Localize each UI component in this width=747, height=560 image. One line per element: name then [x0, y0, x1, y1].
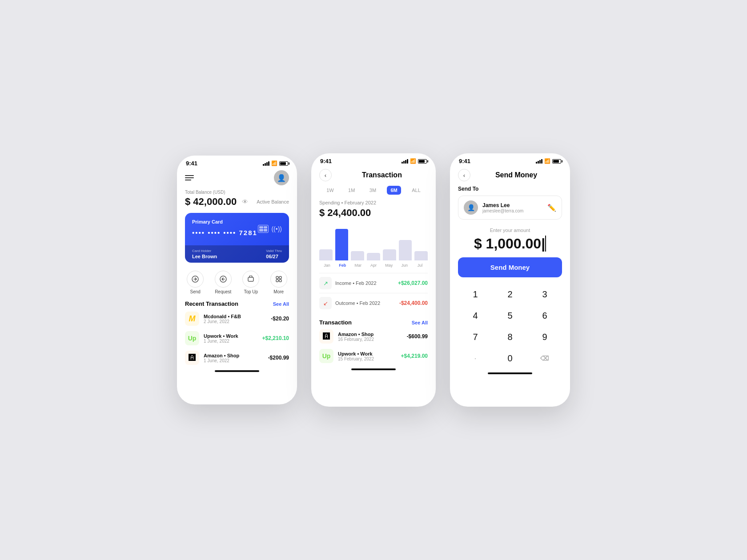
- key-dot[interactable]: ·: [458, 348, 493, 369]
- wifi-icon-2: 📶: [410, 158, 416, 164]
- recipient-avatar: 👤: [464, 200, 478, 215]
- svg-rect-3: [276, 276, 278, 279]
- card-chip: ((•)): [258, 225, 282, 233]
- active-balance-label: Active Balance: [257, 199, 289, 204]
- svg-rect-5: [276, 280, 278, 282]
- numpad: 1 2 3 4 5 6 7 8 9 · 0 ⌫: [450, 284, 570, 369]
- transaction-title: Transaction: [336, 171, 428, 179]
- io-section: ↗ Income • Feb 2022 +$26,027.00 ↙ Outcom…: [311, 272, 436, 317]
- p2-tx-date-2: 15 February, 2022: [338, 356, 397, 361]
- tx-name-amazon: Amazon • Shop: [204, 353, 264, 358]
- period-tabs: 1W 1M 3M 6M ALL: [311, 186, 436, 200]
- signal-icon-3: [536, 159, 542, 164]
- avatar[interactable]: 👤: [274, 170, 289, 185]
- tab-6m[interactable]: 6M: [387, 186, 401, 195]
- label-apr: Apr: [366, 263, 382, 268]
- table-row: Up Upwork • Work 1 June, 2022 +$2,210.10: [185, 331, 289, 345]
- recent-section: Recent Transaction See All M Mcdonald • …: [177, 299, 297, 365]
- valid-date: 06/27: [266, 254, 282, 259]
- quick-actions: Send Request Top Up: [177, 269, 297, 299]
- time-2: 9:41: [320, 158, 332, 164]
- eye-icon[interactable]: 👁: [242, 198, 248, 205]
- recipient-card: 👤 James Lee jameslee@terra.com ✏️: [458, 196, 562, 220]
- key-7[interactable]: 7: [458, 326, 493, 348]
- see-all-recent[interactable]: See All: [273, 301, 289, 307]
- card-number: •••• •••• •••• 7281: [192, 229, 257, 236]
- tab-1m[interactable]: 1M: [345, 186, 358, 195]
- valid-label: Valid Thru: [266, 249, 282, 253]
- tab-all[interactable]: ALL: [408, 186, 424, 195]
- amount-display[interactable]: $ 1,000.00|: [458, 236, 562, 252]
- key-8[interactable]: 8: [493, 326, 527, 348]
- wifi-icon-3: 📶: [544, 158, 550, 164]
- p2-tx-amount-2: +$4,219.00: [401, 353, 428, 359]
- spending-section: Spending • February 2022 $ 24,400.00: [311, 200, 436, 223]
- label-jun: Jun: [397, 263, 412, 268]
- card-footer: Card Holder Lee Brown Valid Thru 06/27: [185, 245, 289, 263]
- label-jul: Jul: [412, 263, 428, 268]
- see-all-p2[interactable]: See All: [412, 320, 428, 325]
- p2-upwork-logo: Up: [319, 349, 333, 363]
- tx-date-mcd: 2 June, 2022: [204, 319, 266, 324]
- signal-icon-2: [402, 159, 408, 164]
- send-to-label: Send To: [458, 186, 562, 192]
- key-9[interactable]: 9: [527, 326, 562, 348]
- send-money-button[interactable]: Send Money: [458, 257, 562, 277]
- back-button[interactable]: ‹: [319, 169, 332, 181]
- back-button-3[interactable]: ‹: [458, 169, 470, 181]
- outcome-amount: -$24,400.00: [399, 300, 428, 306]
- label-feb: Feb: [335, 263, 350, 268]
- tab-3m[interactable]: 3M: [366, 186, 380, 195]
- phone-transaction: 9:41 📶 ‹ Transaction 1W 1M 3M 6M ALL: [311, 153, 436, 407]
- key-6[interactable]: 6: [527, 305, 562, 326]
- tx-name-upwork: Upwork • Work: [204, 333, 258, 339]
- card-holder-name: Lee Brown: [192, 254, 217, 259]
- key-3[interactable]: 3: [527, 284, 562, 305]
- transaction-header: ‹ Transaction: [311, 166, 436, 186]
- key-backspace[interactable]: ⌫: [527, 348, 562, 369]
- spending-amount: $ 24,400.00: [319, 207, 428, 219]
- balance-section: Total Balance (USD) $ 42,000.00 👁 Active…: [177, 190, 297, 213]
- edit-icon[interactable]: ✏️: [547, 204, 556, 212]
- total-balance-label: Total Balance (USD): [185, 190, 289, 195]
- action-topup[interactable]: Top Up: [242, 271, 259, 294]
- spending-label: Spending • February 2022: [319, 200, 428, 205]
- action-more[interactable]: More: [270, 271, 287, 294]
- status-icons-1: 📶: [263, 160, 288, 166]
- key-4[interactable]: 4: [458, 305, 493, 326]
- battery-icon-3: [552, 159, 561, 164]
- action-send[interactable]: Send: [187, 271, 204, 294]
- dashboard-header: 👤: [177, 168, 297, 190]
- key-0[interactable]: 0: [493, 348, 527, 369]
- action-request[interactable]: Request: [215, 271, 232, 294]
- svg-rect-4: [279, 276, 281, 279]
- tab-1w[interactable]: 1W: [323, 186, 337, 195]
- upwork-logo: Up: [185, 331, 199, 345]
- nfc-icon: ((•)): [271, 225, 282, 232]
- credit-card[interactable]: Primary Card •••• •••• •••• 7281 ((•)) C…: [185, 213, 289, 263]
- signal-icon: [263, 161, 269, 166]
- svg-rect-6: [279, 280, 281, 282]
- tx-date-amazon: 1 June, 2022: [204, 358, 264, 363]
- menu-icon[interactable]: [185, 175, 194, 180]
- key-2[interactable]: 2: [493, 284, 527, 305]
- bar-may: [383, 249, 396, 260]
- card-holder-label: Card Holder: [192, 249, 217, 253]
- send-label: Send: [190, 289, 201, 294]
- wifi-icon: 📶: [271, 160, 277, 166]
- battery-icon: [279, 161, 288, 166]
- label-mar: Mar: [350, 263, 366, 268]
- p2-tx-amount-1: -$600.99: [407, 333, 428, 340]
- tx-amount-upwork: +$2,210.10: [262, 335, 289, 341]
- p2-tx-list: 🅰 Amazon • Shop 16 February, 2022 -$600.…: [311, 329, 436, 363]
- recent-title: Recent Transaction: [185, 300, 238, 307]
- tx-amount-amazon: -$200.99: [268, 355, 289, 361]
- tx-section-title: Transaction: [319, 319, 352, 326]
- request-label: Request: [215, 289, 231, 294]
- battery-icon-2: [418, 159, 427, 164]
- key-5[interactable]: 5: [493, 305, 527, 326]
- status-bar-2: 9:41 📶: [311, 153, 436, 166]
- recipient-name: James Lee: [482, 202, 543, 208]
- bar-jun: [399, 240, 412, 260]
- key-1[interactable]: 1: [458, 284, 493, 305]
